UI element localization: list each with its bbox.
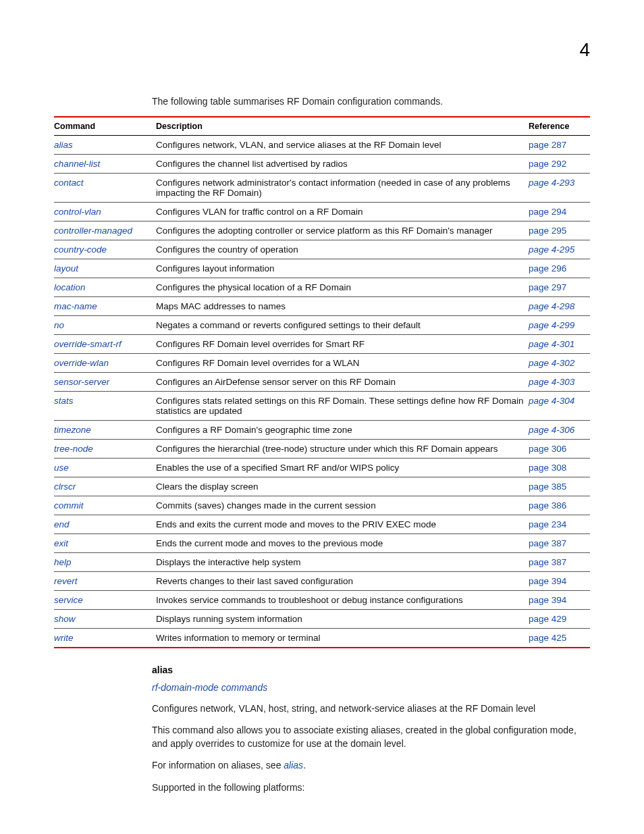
command-link[interactable]: controller-managed	[54, 221, 156, 240]
command-link[interactable]: commit	[54, 496, 156, 515]
reference-link[interactable]: page 296	[529, 259, 590, 278]
table-row: revertReverts changes to their last save…	[54, 572, 590, 591]
command-link[interactable]: no	[54, 316, 156, 335]
table-row: sensor-serverConfigures an AirDefense se…	[54, 373, 590, 392]
command-description: Configures RF Domain level overrides for…	[156, 335, 529, 354]
table-row: layoutConfigures layout informationpage …	[54, 259, 590, 278]
table-row: helpDisplays the interactive help system…	[54, 553, 590, 572]
reference-link[interactable]: page 4-299	[529, 316, 590, 335]
command-link[interactable]: override-wlan	[54, 354, 156, 373]
reference-link[interactable]: page 4-295	[529, 240, 590, 259]
alias-link[interactable]: alias	[284, 760, 303, 771]
reference-link[interactable]: page 234	[529, 515, 590, 534]
command-link[interactable]: write	[54, 629, 156, 648]
command-link[interactable]: exit	[54, 534, 156, 553]
reference-link[interactable]: page 294	[529, 203, 590, 221]
command-link[interactable]: clrscr	[54, 477, 156, 496]
command-description: Configures an AirDefense sensor server o…	[156, 373, 529, 392]
command-description: Configures the physical location of a RF…	[156, 278, 529, 297]
reference-link[interactable]: page 292	[529, 155, 590, 174]
reference-link[interactable]: page 387	[529, 553, 590, 572]
section-heading: alias	[152, 663, 590, 677]
command-description: Configures layout information	[156, 259, 529, 278]
command-link[interactable]: show	[54, 610, 156, 629]
reference-link[interactable]: page 295	[529, 221, 590, 240]
command-description: Negates a command or reverts configured …	[156, 316, 529, 335]
command-description: Clears the display screen	[156, 477, 529, 496]
table-row: endEnds and exits the current mode and m…	[54, 515, 590, 534]
reference-link[interactable]: page 4-301	[529, 335, 590, 354]
command-description: Configures the channel list advertised b…	[156, 155, 529, 174]
reference-link[interactable]: page 4-293	[529, 174, 590, 203]
table-body: aliasConfigures network, VLAN, and servi…	[54, 136, 590, 648]
table-row: aliasConfigures network, VLAN, and servi…	[54, 136, 590, 155]
para3-suffix: .	[303, 760, 306, 771]
command-link[interactable]: use	[54, 459, 156, 477]
table-row: exitEnds the current mode and moves to t…	[54, 534, 590, 553]
reference-link[interactable]: page 287	[529, 136, 590, 155]
command-link[interactable]: channel-list	[54, 155, 156, 174]
table-row: contactConfigures network administrator'…	[54, 174, 590, 203]
command-description: Writes information to memory or terminal	[156, 629, 529, 648]
intro-text: The following table summarises RF Domain…	[152, 96, 590, 107]
reference-link[interactable]: page 394	[529, 591, 590, 610]
command-link[interactable]: country-code	[54, 240, 156, 259]
reference-link[interactable]: page 4-298	[529, 297, 590, 316]
command-link[interactable]: service	[54, 591, 156, 610]
reference-link[interactable]: page 4-304	[529, 392, 590, 421]
section-para2: This command also allows you to associat…	[152, 723, 590, 751]
command-link[interactable]: revert	[54, 572, 156, 591]
command-description: Invokes service commands to troubleshoot…	[156, 591, 529, 610]
command-link[interactable]: end	[54, 515, 156, 534]
command-link[interactable]: help	[54, 553, 156, 572]
command-link[interactable]: mac-name	[54, 297, 156, 316]
col-header-command: Command	[54, 117, 156, 136]
table-row: noNegates a command or reverts configure…	[54, 316, 590, 335]
section-subhead[interactable]: rf-domain-mode commands	[152, 681, 590, 694]
command-description: Configures network administrator's conta…	[156, 174, 529, 203]
command-link[interactable]: override-smart-rf	[54, 335, 156, 354]
command-description: Configures VLAN for traffic control on a…	[156, 203, 529, 221]
command-link[interactable]: contact	[54, 174, 156, 203]
command-link[interactable]: timezone	[54, 421, 156, 440]
command-description: Configures network, VLAN, and service al…	[156, 136, 529, 155]
reference-link[interactable]: page 429	[529, 610, 590, 629]
table-row: writeWrites information to memory or ter…	[54, 629, 590, 648]
command-link[interactable]: stats	[54, 392, 156, 421]
table-row: showDisplays running system informationp…	[54, 610, 590, 629]
reference-link[interactable]: page 306	[529, 440, 590, 459]
reference-link[interactable]: page 308	[529, 459, 590, 477]
table-row: statsConfigures stats related settings o…	[54, 392, 590, 421]
command-description: Configures the adopting controller or se…	[156, 221, 529, 240]
command-link[interactable]: tree-node	[54, 440, 156, 459]
command-description: Enables the use of a specified Smart RF …	[156, 459, 529, 477]
reference-link[interactable]: page 386	[529, 496, 590, 515]
table-row: country-codeConfigures the country of op…	[54, 240, 590, 259]
command-link[interactable]: alias	[54, 136, 156, 155]
command-link[interactable]: location	[54, 278, 156, 297]
reference-link[interactable]: page 4-303	[529, 373, 590, 392]
command-description: Configures RF Domain level overrides for…	[156, 354, 529, 373]
alias-section: alias rf-domain-mode commands Configures…	[152, 663, 590, 794]
reference-link[interactable]: page 385	[529, 477, 590, 496]
table-row: useEnables the use of a specified Smart …	[54, 459, 590, 477]
reference-link[interactable]: page 4-306	[529, 421, 590, 440]
command-link[interactable]: layout	[54, 259, 156, 278]
table-row: controller-managedConfigures the adoptin…	[54, 221, 590, 240]
command-description: Ends the current mode and moves to the p…	[156, 534, 529, 553]
command-link[interactable]: control-vlan	[54, 203, 156, 221]
page-number: 4	[579, 39, 590, 61]
command-description: Maps MAC addresses to names	[156, 297, 529, 316]
reference-link[interactable]: page 394	[529, 572, 590, 591]
reference-link[interactable]: page 425	[529, 629, 590, 648]
command-description: Configures a RF Domain's geographic time…	[156, 421, 529, 440]
col-header-description: Description	[156, 117, 529, 136]
reference-link[interactable]: page 4-302	[529, 354, 590, 373]
command-link[interactable]: sensor-server	[54, 373, 156, 392]
reference-link[interactable]: page 387	[529, 534, 590, 553]
table-row: timezoneConfigures a RF Domain's geograp…	[54, 421, 590, 440]
command-description: Displays the interactive help system	[156, 553, 529, 572]
reference-link[interactable]: page 297	[529, 278, 590, 297]
table-row: override-smart-rfConfigures RF Domain le…	[54, 335, 590, 354]
page: 4 The following table summarises RF Doma…	[0, 0, 644, 834]
